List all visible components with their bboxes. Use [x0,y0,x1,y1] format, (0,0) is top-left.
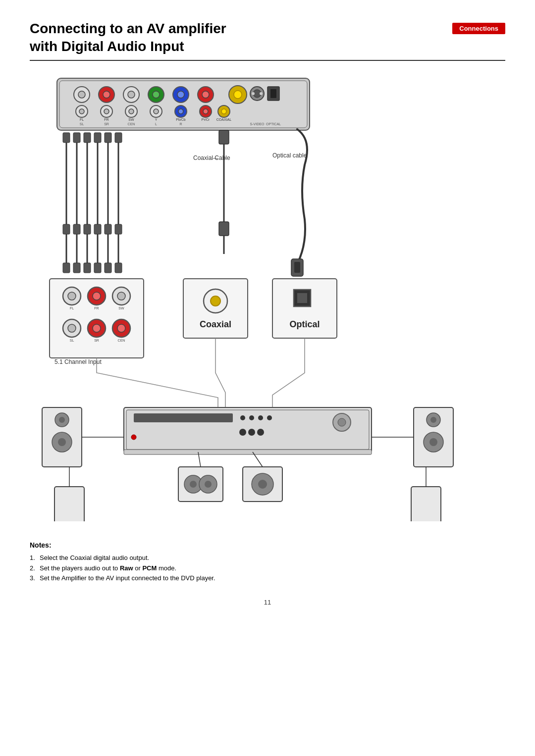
svg-rect-63 [73,224,80,234]
svg-rect-74 [219,130,229,144]
svg-rect-50 [63,133,70,143]
page-number: 11 [30,599,505,606]
svg-point-115 [248,429,255,436]
optical-input-label: Optical [289,319,320,329]
svg-point-11 [177,91,184,98]
svg-text:S-VIDEO: S-VIDEO [250,122,265,126]
svg-point-91 [68,324,76,332]
svg-point-35 [178,109,183,114]
notes-list: Select the Coaxial digital audio output.… [30,553,505,584]
coaxial-cable-label: Coaxial Cable [193,154,230,161]
svg-point-9 [153,91,160,98]
pcm-bold: PCM [142,564,157,572]
svg-text:SR: SR [94,339,99,342]
diagram-area: FL FR SW Y Pb/Cb Pr/Cr COAXIAL S [30,76,505,521]
svg-point-133 [205,481,212,488]
svg-point-121 [59,417,65,423]
svg-rect-73 [115,263,122,273]
svg-rect-53 [94,133,101,143]
svg-rect-54 [105,133,111,143]
diagram-svg: FL FR SW Y Pb/Cb Pr/Cr COAXIAL S [30,76,505,521]
svg-point-114 [239,429,246,436]
svg-text:FL: FL [70,306,74,310]
svg-rect-21 [270,89,276,98]
svg-rect-118 [124,450,372,454]
svg-rect-104 [297,293,307,303]
note-item-3: Set the Amplifier to the AV input connec… [30,573,505,584]
svg-point-109 [249,415,254,420]
note-item-1: Select the Coaxial digital audio output. [30,553,505,563]
svg-rect-64 [84,224,91,234]
note-item-2: Set the players audio out to Raw or PCM … [30,563,505,574]
svg-rect-102 [272,279,337,338]
channel-input-label: 5.1 Channel Input [54,358,102,365]
svg-text:FR: FR [104,118,108,121]
notes-section: Notes: Select the Coaxial digital audio … [30,536,505,584]
svg-text:Pb/Cb: Pb/Cb [176,118,186,121]
coaxial-input-label: Coaxial [200,319,231,329]
connections-badge: Connections [452,23,505,34]
svg-point-116 [257,429,264,436]
svg-rect-70 [84,263,91,273]
svg-rect-51 [73,133,80,143]
page-title: Connecting to an AV amplifier with Digit… [30,20,226,56]
svg-text:Y: Y [155,118,158,121]
optical-cable-label: Optical cable [272,152,307,159]
svg-point-94 [93,324,101,332]
svg-point-13 [202,91,209,98]
svg-point-15 [234,91,242,99]
svg-text:CEN: CEN [118,339,125,342]
svg-rect-66 [105,224,111,234]
svg-point-19 [260,92,263,95]
svg-rect-137 [54,487,84,521]
svg-text:SW: SW [128,118,134,121]
svg-point-3 [78,91,85,98]
svg-point-126 [430,417,436,423]
svg-point-32 [154,109,159,114]
svg-rect-67 [115,224,122,234]
svg-point-49 [221,109,226,114]
svg-point-111 [267,415,272,420]
svg-rect-138 [411,487,441,521]
svg-point-38 [203,109,208,114]
svg-rect-68 [63,263,70,273]
svg-point-85 [93,292,101,300]
svg-text:FL: FL [80,118,84,121]
svg-point-18 [252,92,255,95]
svg-point-5 [103,91,110,98]
svg-text:L: L [155,122,157,126]
svg-point-108 [240,415,245,420]
svg-rect-79 [294,262,300,273]
svg-point-26 [104,109,109,114]
svg-text:SR: SR [104,122,109,126]
raw-bold: Raw [120,564,133,572]
svg-point-82 [68,292,76,300]
svg-text:SL: SL [80,122,84,126]
svg-point-128 [429,438,437,446]
svg-text:SW: SW [118,306,124,310]
svg-point-7 [128,91,135,98]
svg-text:COAXIAL: COAXIAL [216,118,231,121]
page-container: Connecting to an AV amplifier with Digit… [0,0,535,756]
svg-rect-62 [63,224,70,234]
svg-text:CEN: CEN [128,122,135,126]
svg-point-136 [258,480,267,489]
svg-text:R: R [179,122,182,126]
svg-point-101 [211,296,220,306]
svg-text:FR: FR [94,306,99,310]
notes-title: Notes: [30,541,505,549]
svg-point-123 [58,438,66,446]
svg-rect-72 [105,263,111,273]
svg-rect-55 [115,133,122,143]
svg-point-117 [131,435,136,440]
svg-rect-76 [219,222,229,236]
svg-text:Pr/Cr: Pr/Cr [202,118,210,121]
svg-point-97 [117,324,125,332]
svg-rect-52 [84,133,91,143]
svg-point-23 [79,109,84,114]
svg-rect-65 [94,224,101,234]
svg-text:SL: SL [70,339,74,342]
svg-point-113 [338,418,346,426]
svg-point-131 [190,481,197,488]
svg-rect-69 [73,263,80,273]
